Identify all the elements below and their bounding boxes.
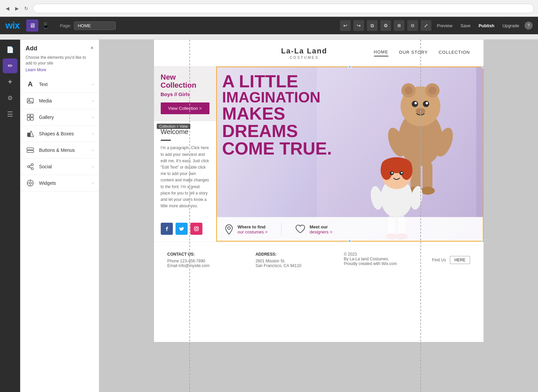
meet-designers-title: Meet our	[310, 224, 333, 229]
add-panel-learn-more-link[interactable]: Learn More	[20, 68, 99, 76]
upgrade-button[interactable]: Upgrade	[500, 22, 522, 30]
canvas-page: La-La Land COSTUMES HOME OUR STORY COLLE…	[154, 40, 484, 342]
footer-contact: CONTACT US: Phone 123-456-7890 Email inf…	[167, 252, 235, 268]
view-collection-button[interactable]: View Collection >	[161, 102, 209, 114]
chevron-right-icon: ›	[92, 82, 93, 87]
add-panel-item-media[interactable]: Media ›	[20, 93, 99, 109]
sidebar-pages-btn[interactable]: 📄	[3, 42, 17, 57]
publish-button[interactable]: Publish	[476, 22, 497, 30]
desktop-view-icon[interactable]: 🖥	[26, 19, 38, 32]
editor-area: 📄 ✏ + ⚙ ☰ Add × Choose the elements you'…	[0, 40, 538, 392]
toolbar-actions: ↩ ↪ ⧉ ⚙ ⊞ ⊟ ⤢ Preview Save Publish Upgra…	[340, 20, 533, 31]
footer-find-label: Find Us	[432, 258, 446, 262]
add-panel-item-buttons[interactable]: Buttons & Menus ›	[20, 142, 99, 159]
browser-chrome: ◀ ▶ ↻	[0, 0, 538, 17]
welcome-title: Welcome	[161, 128, 209, 136]
add-panel-social-label: Social	[39, 164, 92, 169]
duplicate-button[interactable]: ⧉	[367, 20, 378, 31]
help-button[interactable]: ?	[525, 21, 533, 30]
add-panel-item-shapes[interactable]: Shapes & Boxes ›	[20, 126, 99, 142]
svg-point-36	[420, 187, 435, 195]
site-nav: HOME OUR STORY COLLECTION	[374, 49, 470, 56]
svg-line-12	[30, 165, 31, 166]
grid-button-1[interactable]: ⊞	[394, 20, 405, 31]
sidebar-design-btn[interactable]: ✏	[3, 58, 17, 73]
svg-point-44	[391, 172, 393, 174]
move-button[interactable]: ⤢	[421, 20, 431, 31]
site-main-content: New Collection Boys // Girls View Collec…	[154, 67, 484, 242]
promo-panel: New Collection Boys // Girls View Collec…	[154, 67, 216, 121]
canvas-area[interactable]: La-La Land COSTUMES HOME OUR STORY COLLE…	[99, 40, 538, 392]
meet-designers-link[interactable]: Meet our designers >	[295, 224, 333, 234]
svg-point-9	[28, 166, 30, 168]
footer-address-line1: 2601 Mission St.	[256, 259, 323, 263]
back-button[interactable]: ◀	[4, 5, 11, 12]
mobile-view-icon[interactable]: 📱	[40, 19, 52, 32]
add-panel-buttons-label: Buttons & Menus	[39, 147, 92, 153]
save-button[interactable]: Save	[458, 22, 473, 30]
footer-address-title: ADDRESS:	[256, 252, 323, 257]
chevron-right-icon-3: ›	[92, 115, 93, 120]
svg-point-25	[428, 86, 436, 94]
add-panel-item-gallery[interactable]: Gallery ›	[20, 109, 99, 126]
nav-our-story[interactable]: OUR STORY	[399, 50, 428, 56]
svg-rect-4	[27, 118, 30, 120]
footer-copy-line2: By La-La land Costumes.	[344, 257, 412, 261]
svg-point-40	[381, 160, 393, 180]
hero-headline-line5: COME TRUE.	[222, 140, 332, 157]
zoom-fit-button[interactable]: ⚙	[380, 20, 391, 31]
welcome-divider	[161, 140, 171, 141]
svg-point-52	[228, 227, 230, 229]
svg-rect-16	[194, 227, 198, 231]
sidebar-apps-btn[interactable]: ☰	[3, 107, 17, 122]
facebook-icon[interactable]	[161, 223, 173, 235]
find-costumes-sub: our costumes >	[238, 229, 268, 234]
add-panel-item-text[interactable]: A Text ›	[20, 76, 99, 93]
svg-rect-8	[27, 150, 34, 153]
instagram-icon[interactable]	[190, 223, 202, 235]
add-panel-item-social[interactable]: Social ›	[20, 159, 99, 175]
svg-rect-3	[31, 114, 33, 117]
page-dropdown[interactable]: HOME OUR STORY COLLECTION	[74, 21, 116, 30]
footer-find-us: Find Us HERE	[432, 252, 470, 268]
undo-button[interactable]: ↩	[340, 20, 351, 31]
redo-button[interactable]: ↪	[353, 20, 364, 31]
add-panel-item-widgets[interactable]: Widgets ›	[20, 175, 99, 191]
grid-button-2[interactable]: ⊟	[407, 20, 418, 31]
forward-button[interactable]: ▶	[13, 5, 20, 12]
chevron-right-icon-5: ›	[92, 148, 93, 153]
add-panel-description: Choose the elements you'd like to add to…	[20, 55, 99, 68]
context-menu-hint: Collection > View	[157, 124, 190, 129]
svg-point-29	[426, 102, 428, 104]
text-icon: A	[26, 80, 35, 89]
twitter-icon[interactable]	[176, 223, 188, 235]
refresh-button[interactable]: ↻	[23, 5, 30, 12]
nav-collection[interactable]: COLLECTION	[438, 50, 470, 56]
url-bar[interactable]	[33, 4, 534, 13]
sidebar-add-btn[interactable]: +	[3, 75, 17, 89]
chevron-right-icon-4: ›	[92, 131, 93, 136]
links-bar: Where to find our costumes > Meet our	[216, 217, 484, 242]
add-panel-header: Add ×	[20, 40, 99, 55]
footer-copy-line3: Proudly created with Wix.com	[344, 261, 412, 266]
svg-point-45	[401, 172, 402, 174]
browser-nav-buttons: ◀ ▶ ↻	[4, 5, 30, 12]
preview-button[interactable]: Preview	[434, 22, 455, 30]
add-panel-close-button[interactable]: ×	[90, 45, 93, 51]
footer-copy-line1: © 2023	[344, 252, 412, 257]
site-logo-sub: COSTUMES	[281, 55, 327, 59]
welcome-section: Welcome I'm a paragraph. Click here to a…	[154, 121, 216, 216]
wix-toolbar: wix 🖥 📱 Page: HOME OUR STORY COLLECTION …	[0, 17, 538, 34]
footer-contact-title: CONTACT US:	[167, 252, 235, 257]
svg-rect-5	[31, 118, 33, 120]
add-panel-media-label: Media	[39, 98, 92, 103]
hero-headline-line4: DREAMS	[222, 122, 332, 140]
nav-home[interactable]: HOME	[374, 49, 388, 56]
sidebar-settings-btn[interactable]: ⚙	[3, 91, 17, 105]
find-costumes-link[interactable]: Where to find our costumes >	[224, 224, 268, 235]
left-column: New Collection Boys // Girls View Collec…	[154, 67, 216, 242]
hero-area[interactable]: A LITTLE IMAGINATION MAKES DREAMS COME T…	[216, 67, 484, 242]
promo-collection-text: Collection	[161, 81, 209, 89]
footer-here-button[interactable]: HERE	[450, 256, 470, 264]
svg-point-10	[31, 164, 33, 166]
